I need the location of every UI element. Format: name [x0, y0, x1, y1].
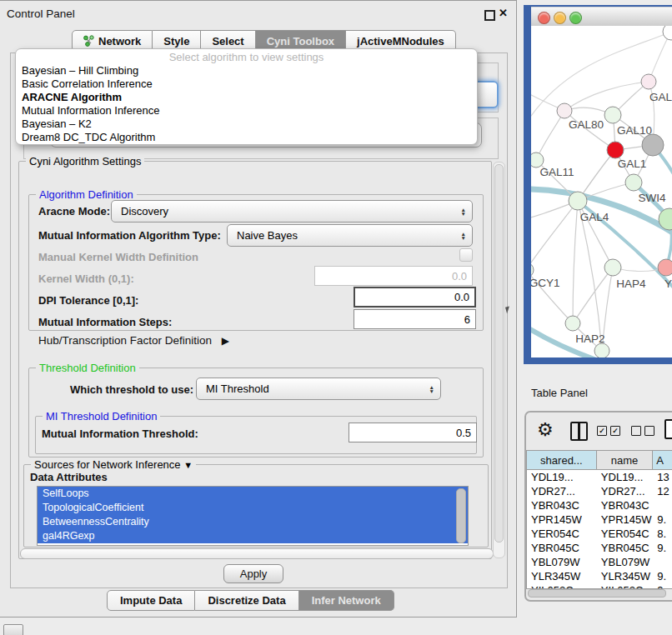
control-panel-title: Control Panel: [7, 8, 75, 20]
table-cell: YBL079W: [527, 556, 597, 568]
tab-label: Cyni Toolbox: [267, 35, 334, 48]
kernel-width-input[interactable]: 0.0: [314, 266, 473, 286]
dropdown-placeholder: Select algorithm to view settings: [16, 49, 477, 64]
network-node[interactable]: [594, 343, 609, 358]
list-item[interactable]: TopologicalCoefficient: [38, 501, 468, 515]
network-node[interactable]: [663, 26, 672, 40]
list-item[interactable]: BetweennessCentrality: [38, 515, 468, 529]
table-cell: 9.: [653, 513, 672, 526]
close-traffic-light[interactable]: [538, 12, 550, 24]
data-attributes-list[interactable]: SelfLoops TopologicalCoefficient Between…: [37, 486, 469, 546]
float-window-icon[interactable]: [484, 10, 495, 21]
group-title: Threshold Definition: [36, 362, 139, 374]
table-row[interactable]: YBR043CYBR043C: [527, 498, 672, 512]
network-node[interactable]: [625, 174, 642, 191]
close-icon[interactable]: ✕: [499, 7, 508, 19]
collapsed-panel-icon[interactable]: [3, 624, 23, 635]
tab-label: Network: [98, 35, 141, 48]
columns-icon[interactable]: [570, 422, 588, 441]
table-cell: YER054C: [597, 528, 654, 540]
list-item[interactable]: gal4RGexp: [38, 529, 468, 543]
table-row[interactable]: YIL052CYIL052C9: [527, 583, 672, 589]
node-label: GAL80: [569, 118, 604, 131]
column-header-shared-name[interactable]: shared...: [527, 451, 597, 469]
vertical-scrollbar[interactable]: [493, 162, 505, 558]
data-attributes-label: Data Attributes: [30, 471, 108, 483]
combo-value: MI Threshold: [206, 382, 269, 395]
checked-box-icon[interactable]: ✓: [610, 426, 620, 436]
table-cell: YDL19...: [527, 471, 597, 483]
menu-item-basic-correlation[interactable]: Basic Correlation Inference: [16, 78, 477, 91]
table-row[interactable]: YBR045CYBR045C9.: [527, 541, 672, 555]
input-value: 0.0: [454, 291, 469, 303]
table-panel-title: Table Panel: [531, 387, 588, 399]
network-edge: [536, 111, 564, 160]
checked-box-icon[interactable]: ✓: [597, 426, 607, 436]
tab-label: Style: [163, 35, 189, 48]
scrollbar-thumb[interactable]: [494, 164, 504, 542]
which-threshold-combo[interactable]: MI Threshold ▲▼: [196, 378, 441, 400]
network-view-canvas[interactable]: GALGAL80GAL10GAL1GAL11SWI4GAL4GCY1HAP4YH…: [531, 26, 672, 358]
network-node[interactable]: [557, 103, 572, 118]
manual-kernel-label: Manual Kernel Width Definition: [38, 251, 198, 263]
network-node[interactable]: [642, 134, 664, 156]
list-scrollbar[interactable]: [456, 488, 466, 543]
network-node[interactable]: [604, 107, 621, 123]
unchecked-box-icon[interactable]: [644, 426, 654, 436]
cyni-bottom-tabbar: Impute Data Discretize Data Infer Networ…: [107, 590, 394, 611]
network-node[interactable]: [607, 142, 624, 158]
which-threshold-label: Which threshold to use:: [70, 383, 193, 396]
tab-impute-data[interactable]: Impute Data: [107, 590, 195, 611]
group-title: Cyni Algorithm Settings: [26, 155, 144, 168]
table-row[interactable]: YER054CYER054C8.: [527, 527, 672, 541]
table-row[interactable]: YDL19...YDL19...13: [527, 470, 672, 484]
table-cell: YPR145W: [597, 513, 654, 526]
network-node[interactable]: [565, 316, 580, 331]
table-row[interactable]: YBL079WYBL079W: [527, 555, 672, 569]
network-canvas-svg: GALGAL80GAL10GAL1GAL11SWI4GAL4GCY1HAP4YH…: [531, 26, 672, 358]
unchecked-box-icon[interactable]: [631, 426, 641, 436]
table-row[interactable]: YDR27...YDR27...12: [527, 484, 672, 498]
zoom-traffic-light[interactable]: [569, 12, 582, 24]
network-node[interactable]: [641, 74, 656, 89]
mi-threshold-input[interactable]: 0.5: [349, 422, 477, 442]
list-item[interactable]: SelfLoops: [38, 487, 468, 501]
gear-icon[interactable]: ⚙: [537, 419, 554, 441]
spinner-arrows-icon: ▲▼: [429, 385, 434, 393]
hub-definition-toggle[interactable]: Hub/Transcription Factor Definition ▶: [38, 334, 229, 347]
table-cell: YDR27...: [597, 485, 654, 498]
minimize-traffic-light[interactable]: [554, 12, 566, 24]
node-label: GAL1: [618, 158, 647, 170]
hub-definition-label: Hub/Transcription Factor Definition: [38, 334, 212, 347]
mi-type-combo[interactable]: Naive Bayes ▲▼: [227, 224, 473, 247]
mi-steps-input[interactable]: 6: [354, 309, 476, 329]
dpi-tolerance-input[interactable]: 0.0: [354, 287, 476, 308]
menu-item-mutual-information[interactable]: Mutual Information Inference: [16, 104, 477, 118]
table-horizontal-scrollbar[interactable]: [528, 589, 666, 598]
menu-item-aracne[interactable]: ARACNE Algorithm: [16, 91, 477, 104]
menu-item-bayesian-k2[interactable]: Bayesian – K2: [16, 118, 477, 131]
network-node[interactable]: [604, 259, 621, 276]
tab-infer-network[interactable]: Infer Network: [299, 590, 394, 611]
input-value: 0.0: [452, 270, 467, 282]
menu-item-dream8[interactable]: Dream8 DC_TDC Algorithm: [16, 131, 477, 144]
tab-discretize-data[interactable]: Discretize Data: [195, 590, 298, 611]
table-row[interactable]: YPR145WYPR145W9.: [527, 512, 672, 527]
node-label: HAP4: [616, 278, 646, 290]
network-node[interactable]: [658, 259, 672, 276]
manual-kernel-checkbox[interactable]: [459, 248, 473, 262]
table-row[interactable]: YLR345WYLR345W9.: [527, 569, 672, 583]
network-icon: [83, 35, 94, 47]
network-node[interactable]: [531, 262, 534, 278]
aracne-mode-combo[interactable]: Discovery ▲▼: [111, 200, 473, 222]
horizontal-scrollbar[interactable]: [20, 548, 494, 559]
node-label: HAP2: [575, 332, 604, 345]
node-label: SWI4: [638, 192, 665, 204]
column-header-partial[interactable]: A: [653, 451, 672, 469]
network-node[interactable]: [569, 192, 587, 210]
document-icon[interactable]: [664, 419, 672, 439]
menu-item-bayesian-hill-climbing[interactable]: Bayesian – Hill Climbing: [16, 64, 477, 78]
apply-button[interactable]: Apply: [223, 564, 283, 583]
network-window-titlebar[interactable]: [531, 7, 672, 28]
column-header-name[interactable]: name: [597, 451, 653, 469]
